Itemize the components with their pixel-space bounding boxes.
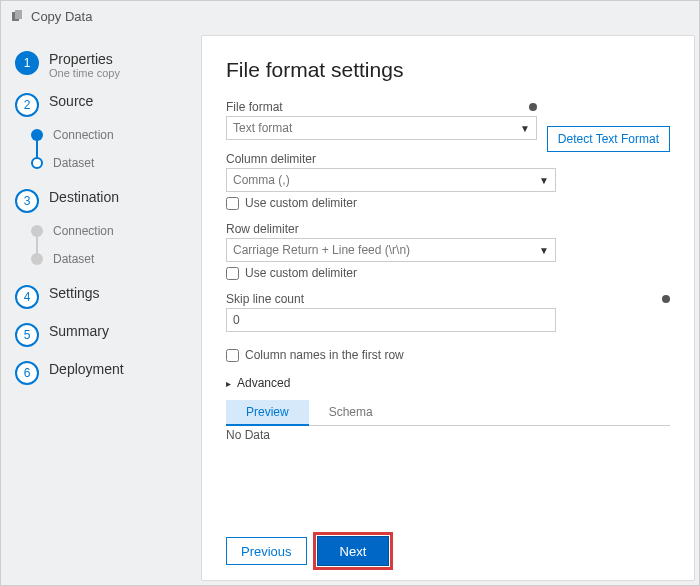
detect-text-format-button[interactable]: Detect Text Format bbox=[547, 126, 670, 152]
step-title: Destination bbox=[49, 189, 119, 205]
step-settings[interactable]: 4 Settings bbox=[15, 285, 191, 309]
preview-nodata: No Data bbox=[226, 428, 670, 442]
chevron-down-icon: ▼ bbox=[539, 245, 549, 256]
step-number-icon: 2 bbox=[15, 93, 39, 117]
svg-rect-1 bbox=[15, 10, 22, 19]
column-custom-checkbox[interactable] bbox=[226, 197, 239, 210]
substep-label: Connection bbox=[53, 128, 114, 142]
step-number-icon: 6 bbox=[15, 361, 39, 385]
step-destination[interactable]: 3 Destination bbox=[15, 189, 191, 213]
step-title: Properties bbox=[49, 51, 120, 67]
step-properties[interactable]: 1 Properties One time copy bbox=[15, 51, 191, 79]
advanced-label: Advanced bbox=[237, 376, 290, 390]
first-row-label: Column names in the first row bbox=[245, 348, 404, 362]
step-title: Source bbox=[49, 93, 93, 109]
row-custom-checkbox[interactable] bbox=[226, 267, 239, 280]
info-icon[interactable] bbox=[529, 103, 537, 111]
skip-line-count-label: Skip line count bbox=[226, 292, 304, 306]
substep-dot-icon bbox=[31, 129, 43, 141]
chevron-right-icon: ▸ bbox=[226, 378, 231, 389]
substep-dot-icon bbox=[31, 253, 43, 265]
column-delimiter-select[interactable]: Comma (,) ▼ bbox=[226, 168, 556, 192]
row-delimiter-label: Row delimiter bbox=[226, 222, 299, 236]
copy-data-icon bbox=[11, 9, 25, 23]
row-custom-checkbox-row[interactable]: Use custom delimiter bbox=[226, 266, 670, 280]
advanced-toggle[interactable]: ▸ Advanced bbox=[226, 376, 670, 390]
substep-label: Connection bbox=[53, 224, 114, 238]
wizard-sidebar: 1 Properties One time copy 2 Source Conn… bbox=[1, 31, 201, 585]
step-summary[interactable]: 5 Summary bbox=[15, 323, 191, 347]
chevron-down-icon: ▼ bbox=[539, 175, 549, 186]
chevron-down-icon: ▼ bbox=[520, 123, 530, 134]
next-button[interactable]: Next bbox=[317, 536, 390, 566]
substep-dot-icon bbox=[31, 225, 43, 237]
tab-schema[interactable]: Schema bbox=[309, 400, 393, 425]
first-row-checkbox-row[interactable]: Column names in the first row bbox=[226, 348, 670, 362]
column-delimiter-value: Comma (,) bbox=[233, 173, 290, 187]
row-delimiter-value: Carriage Return + Line feed (\r\n) bbox=[233, 243, 410, 257]
titlebar: Copy Data bbox=[1, 1, 699, 31]
row-custom-label: Use custom delimiter bbox=[245, 266, 357, 280]
step-title: Deployment bbox=[49, 361, 124, 377]
window-title: Copy Data bbox=[31, 9, 92, 24]
step-number-icon: 1 bbox=[15, 51, 39, 75]
substep-label: Dataset bbox=[53, 156, 94, 170]
preview-schema-tabs: Preview Schema bbox=[226, 400, 670, 426]
substep-dataset[interactable]: Dataset bbox=[25, 245, 191, 273]
file-format-select[interactable]: Text format ▼ bbox=[226, 116, 537, 140]
step-title: Settings bbox=[49, 285, 100, 301]
step-number-icon: 4 bbox=[15, 285, 39, 309]
column-custom-checkbox-row[interactable]: Use custom delimiter bbox=[226, 196, 670, 210]
file-format-value: Text format bbox=[233, 121, 292, 135]
substep-connection[interactable]: Connection bbox=[25, 121, 191, 149]
substep-dot-icon bbox=[31, 157, 43, 169]
previous-button[interactable]: Previous bbox=[226, 537, 307, 565]
skip-line-count-input[interactable] bbox=[226, 308, 556, 332]
step-number-icon: 5 bbox=[15, 323, 39, 347]
step-subtitle: One time copy bbox=[49, 67, 120, 79]
main-panel: File format settings File format Text fo… bbox=[201, 35, 695, 581]
tab-preview[interactable]: Preview bbox=[226, 400, 309, 426]
first-row-checkbox[interactable] bbox=[226, 349, 239, 362]
row-delimiter-select[interactable]: Carriage Return + Line feed (\r\n) ▼ bbox=[226, 238, 556, 262]
file-format-label: File format bbox=[226, 100, 283, 114]
page-title: File format settings bbox=[226, 58, 670, 82]
column-custom-label: Use custom delimiter bbox=[245, 196, 357, 210]
substep-connection[interactable]: Connection bbox=[25, 217, 191, 245]
substep-dataset[interactable]: Dataset bbox=[25, 149, 191, 177]
info-icon[interactable] bbox=[662, 295, 670, 303]
step-source[interactable]: 2 Source bbox=[15, 93, 191, 117]
step-number-icon: 3 bbox=[15, 189, 39, 213]
column-delimiter-label: Column delimiter bbox=[226, 152, 316, 166]
substep-label: Dataset bbox=[53, 252, 94, 266]
step-title: Summary bbox=[49, 323, 109, 339]
step-deployment[interactable]: 6 Deployment bbox=[15, 361, 191, 385]
